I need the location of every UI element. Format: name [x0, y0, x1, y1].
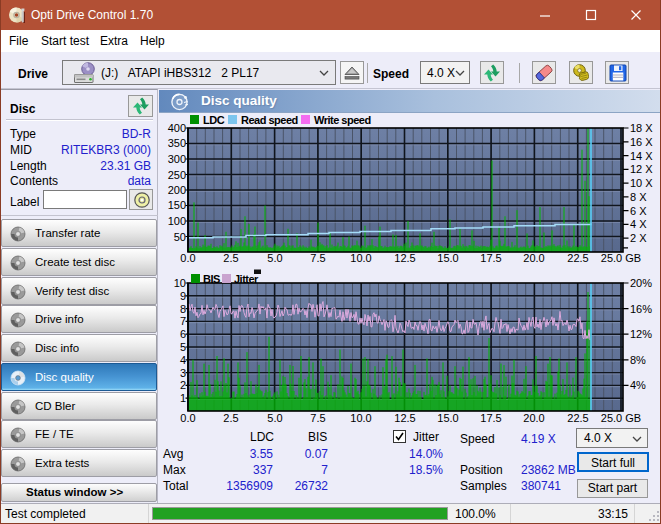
svg-text:20.0: 20.0	[523, 412, 544, 424]
svg-text:3: 3	[180, 367, 186, 379]
svg-text:150: 150	[168, 199, 186, 211]
svg-text:15.0: 15.0	[437, 252, 458, 264]
svg-text:350: 350	[168, 137, 186, 149]
svg-text:10 X: 10 X	[630, 177, 653, 189]
svg-text:6 X: 6 X	[630, 205, 647, 217]
svg-text:2.5: 2.5	[223, 412, 238, 424]
svg-text:2.5: 2.5	[223, 252, 238, 264]
svg-text:Jitter: Jitter	[234, 273, 259, 285]
svg-text:1: 1	[180, 392, 186, 404]
svg-text:5.0: 5.0	[267, 252, 282, 264]
svg-text:8%: 8%	[630, 354, 646, 366]
svg-text:22.5: 22.5	[567, 252, 588, 264]
svg-text:100: 100	[168, 215, 186, 227]
svg-text:6: 6	[180, 328, 186, 340]
svg-text:4%: 4%	[630, 379, 646, 391]
svg-text:LDC: LDC	[203, 114, 225, 126]
svg-text:12.5: 12.5	[394, 252, 415, 264]
svg-text:2: 2	[180, 379, 186, 391]
svg-text:2 X: 2 X	[630, 232, 647, 244]
svg-text:0.0: 0.0	[180, 412, 195, 424]
svg-text:17.5: 17.5	[480, 412, 501, 424]
svg-text:20%: 20%	[630, 277, 652, 289]
svg-text:0.0: 0.0	[180, 252, 195, 264]
svg-text:10.0: 10.0	[350, 412, 371, 424]
svg-text:50: 50	[174, 231, 186, 243]
svg-text:18 X: 18 X	[630, 122, 653, 134]
svg-text:10: 10	[174, 277, 186, 289]
svg-text:12%: 12%	[630, 328, 652, 340]
svg-text:10.0: 10.0	[350, 252, 371, 264]
svg-text:22.5: 22.5	[567, 412, 588, 424]
svg-text:BIS: BIS	[203, 273, 220, 285]
svg-text:8: 8	[180, 303, 186, 315]
svg-text:4 X: 4 X	[630, 218, 647, 230]
svg-text:5: 5	[180, 341, 186, 353]
svg-text:14 X: 14 X	[630, 150, 653, 162]
svg-text:Write speed: Write speed	[314, 114, 371, 126]
svg-text:250: 250	[168, 169, 186, 181]
svg-text:7.5: 7.5	[310, 252, 325, 264]
svg-text:200: 200	[168, 184, 186, 196]
svg-text:17.5: 17.5	[480, 252, 501, 264]
svg-text:16 X: 16 X	[630, 136, 653, 148]
svg-text:9: 9	[180, 290, 186, 302]
svg-text:7: 7	[180, 315, 186, 327]
svg-text:4: 4	[180, 354, 186, 366]
svg-text:8 X: 8 X	[630, 191, 647, 203]
svg-text:Read speed: Read speed	[241, 114, 298, 126]
svg-text:25.0 GB: 25.0 GB	[601, 252, 641, 264]
svg-text:12.5: 12.5	[394, 412, 415, 424]
svg-text:400: 400	[168, 122, 186, 134]
svg-text:25.0 GB: 25.0 GB	[601, 412, 641, 424]
svg-text:20.0: 20.0	[523, 252, 544, 264]
svg-text:5.0: 5.0	[267, 412, 282, 424]
svg-text:12 X: 12 X	[630, 163, 653, 175]
svg-text:16%: 16%	[630, 303, 652, 315]
svg-text:15.0: 15.0	[437, 412, 458, 424]
svg-text:300: 300	[168, 153, 186, 165]
svg-text:7.5: 7.5	[310, 412, 325, 424]
